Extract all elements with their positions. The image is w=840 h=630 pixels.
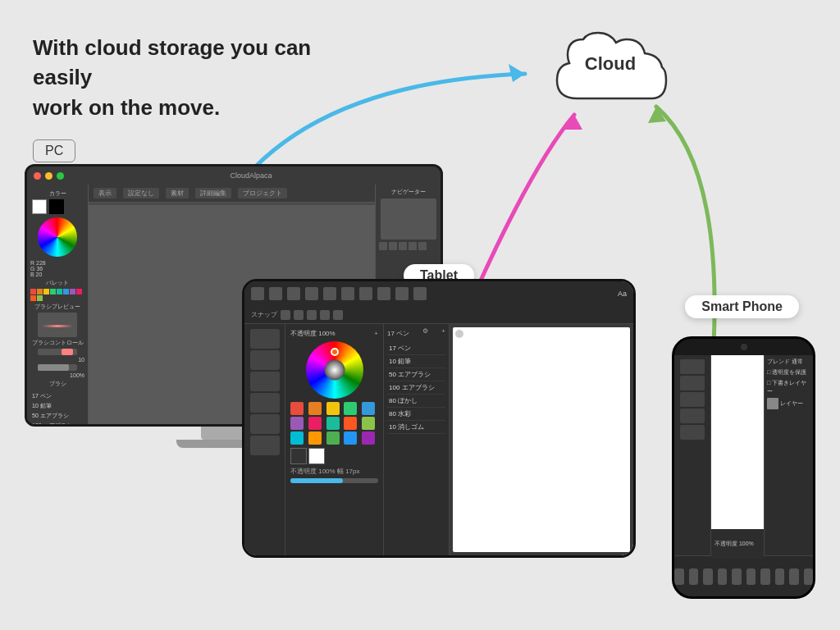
tablet-main: 不透明度 100% + — [244, 324, 633, 555]
phone-icon[interactable] — [689, 568, 699, 585]
tablet-brush-panel: 17 ペン ⚙ + 17 ペン 10 鉛筆 50 エアブラシ 100 エアブラシ… — [384, 324, 450, 555]
tablet-tool-icon — [305, 287, 318, 300]
brush-preview-label: ブラシプレビュー — [30, 303, 84, 311]
brush-item: 100 エアブラシ — [30, 421, 84, 427]
tablet-toolbar: Aa — [244, 281, 633, 306]
phone-icon[interactable] — [718, 568, 728, 585]
phone-icon[interactable] — [775, 568, 785, 585]
pc-label: PC — [33, 139, 75, 162]
smartphone-label: Smart Phone — [685, 295, 799, 318]
phone-tool-btn[interactable] — [680, 425, 705, 440]
phone-icon[interactable] — [674, 568, 684, 585]
tablet-tool-icon — [341, 287, 354, 300]
tablet-color-wheel — [306, 341, 363, 399]
tablet-brush-item: 80 水彩 — [387, 408, 445, 421]
tablet-tool-icon — [269, 287, 282, 300]
tablet-tool-icon — [377, 287, 390, 300]
dot-maximize — [57, 172, 64, 180]
phone-body: 不透明度 100% ブレンド 通常 □ 透明度を保護 □ 下書きレイヤー レイヤ… — [672, 336, 815, 599]
toolbar-tab-view[interactable]: 表示 — [94, 188, 116, 199]
phone-canvas: 不透明度 100% — [711, 355, 764, 555]
dot-close — [34, 172, 41, 180]
phone-tool-btn[interactable] — [680, 392, 705, 407]
toolbar-tab-material[interactable]: 素材 — [166, 188, 189, 199]
tablet-brush-item: 10 消しゴム — [387, 421, 445, 434]
brush-label: ブラシ — [30, 380, 84, 388]
color-label: カラー — [30, 189, 84, 198]
color-wheel-center — [324, 360, 345, 381]
brush-preview — [38, 313, 77, 337]
mini-palette — [290, 402, 378, 445]
monitor-titlebar: CloudAlpaca — [27, 167, 441, 185]
phone-topbar — [674, 339, 813, 355]
phone-bottombar — [674, 555, 813, 596]
tablet-tool-btn[interactable] — [250, 393, 280, 413]
tablet-tool-icon — [413, 287, 427, 300]
tablet-tool-icon — [251, 287, 264, 300]
tablet-brush-item: 17 ペン — [387, 342, 445, 355]
headline-line1: With cloud storage you can easily — [33, 33, 361, 93]
tablet-canvas — [453, 327, 630, 552]
tablet-left-panel — [244, 324, 285, 555]
phone-camera — [741, 344, 747, 350]
tablet-tool-btn[interactable] — [250, 414, 280, 434]
brush-item: 10 鉛筆 — [30, 401, 84, 411]
tablet-color-panel: 不透明度 100% + — [285, 324, 384, 555]
nav-label: ナビゲーター — [379, 188, 437, 196]
tablet-tool-icon — [395, 287, 409, 300]
monitor-title: CloudAlpaca — [68, 171, 434, 180]
tablet-brush-item: 100 エアブラシ — [387, 381, 445, 395]
headline: With cloud storage you can easily work o… — [33, 33, 361, 122]
phone-tool-btn[interactable] — [680, 409, 705, 423]
cloud-label: Cloud — [585, 53, 636, 75]
cloud-container: Cloud — [545, 25, 676, 118]
brush-control-label: ブラシコントロール — [30, 339, 84, 347]
toolbar-tab-project[interactable]: プロジェクト — [238, 188, 287, 199]
brush-item: 50 エアブラシ — [30, 411, 84, 421]
tablet-brush-item: 50 エアブラシ — [387, 368, 445, 381]
tablet-body: Aa スナップ — [242, 279, 636, 558]
dot-minimize — [45, 172, 52, 180]
monitor-toolbar: 表示 設定なし 素材 詳細編集 プロジェクト — [89, 185, 375, 203]
tablet-brush-header: 17 ペン — [387, 329, 409, 338]
nav-mini — [381, 199, 436, 240]
tablet-tool-btn[interactable] — [250, 329, 280, 349]
phone-icon[interactable] — [804, 568, 814, 585]
phone-right-panel: ブレンド 通常 □ 透明度を保護 □ 下書きレイヤー レイヤー — [764, 355, 813, 555]
phone-icon[interactable] — [732, 568, 742, 585]
tablet-inner: Aa スナップ — [244, 281, 633, 555]
tablet-tool-icon — [359, 287, 372, 300]
toolbar-tab-setting[interactable]: 設定なし — [123, 188, 159, 199]
toolbar-tab-detail[interactable]: 詳細編集 — [195, 188, 231, 199]
phone-tool-btn[interactable] — [680, 376, 705, 390]
smartphone: Smart Phone 不透明度 100% ブレンド 通常 □ 透明度を保護 — [672, 336, 815, 599]
tablet-tool-btn[interactable] — [250, 350, 280, 370]
phone-tool-btn[interactable] — [680, 359, 705, 374]
tablet-tool-btn[interactable] — [250, 372, 280, 391]
phone-left-panel — [674, 355, 711, 555]
tablet-brush-item: 10 鉛筆 — [387, 355, 445, 368]
brush-list: 17 ペン 10 鉛筆 50 エアブラシ 100 エアブラシ 80 ぼかし 80… — [30, 391, 84, 427]
phone-icon[interactable] — [703, 568, 713, 585]
phone-content: 不透明度 100% ブレンド 通常 □ 透明度を保護 □ 下書きレイヤー レイヤ… — [674, 355, 813, 555]
phone-icon[interactable] — [789, 568, 799, 585]
tablet-tool-icon — [323, 287, 336, 300]
tablet: Tablet Aa スナップ — [242, 279, 636, 582]
tablet-brush-item: 80 ぼかし — [387, 395, 445, 408]
brush-item: 17 ペン — [30, 391, 84, 401]
tablet-toolbar2: スナップ — [244, 306, 633, 324]
tablet-tool-icon — [287, 287, 300, 300]
palette-label: パレット — [30, 279, 84, 287]
phone-icon[interactable] — [746, 568, 756, 585]
color-indicator — [331, 348, 339, 356]
tablet-tool-btn[interactable] — [250, 436, 280, 455]
color-wheel — [38, 217, 77, 257]
palette-row — [30, 289, 84, 301]
headline-line2: work on the move. — [33, 93, 361, 122]
monitor-sidebar: カラー R 228 G 36 B 20 パレット — [27, 185, 89, 424]
phone-icon[interactable] — [760, 568, 770, 585]
